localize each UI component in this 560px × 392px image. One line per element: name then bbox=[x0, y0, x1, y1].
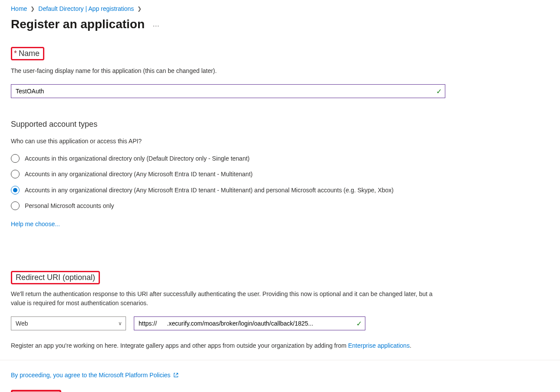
platform-select[interactable]: Web ∨ bbox=[11, 316, 126, 330]
platform-select-value: Web bbox=[16, 320, 28, 327]
name-help-text: The user-facing display name for this ap… bbox=[11, 66, 445, 76]
enterprise-note: Register an app you're working on here. … bbox=[11, 341, 549, 350]
redirect-uri-input[interactable] bbox=[134, 316, 365, 330]
account-types-question: Who can use this application or access t… bbox=[11, 137, 445, 146]
external-link-icon bbox=[173, 372, 179, 378]
breadcrumb: Home ❯ Default Directory | App registrat… bbox=[11, 5, 549, 12]
required-star-icon: * bbox=[14, 49, 17, 58]
chevron-down-icon: ∨ bbox=[118, 320, 122, 326]
redirect-uri-help: We'll return the authentication response… bbox=[11, 290, 445, 308]
radio-option-multitenant[interactable]: Accounts in any organizational directory… bbox=[11, 169, 450, 179]
help-me-choose-link[interactable]: Help me choose... bbox=[11, 221, 60, 227]
radio-icon bbox=[11, 186, 20, 194]
radio-icon bbox=[11, 170, 20, 178]
redirect-uri-heading: Redirect URI (optional) bbox=[16, 273, 95, 282]
chevron-right-icon: ❯ bbox=[30, 6, 35, 12]
breadcrumb-home[interactable]: Home bbox=[11, 5, 27, 12]
radio-option-single-tenant[interactable]: Accounts in this organizational director… bbox=[11, 154, 450, 163]
chevron-right-icon: ❯ bbox=[137, 6, 142, 12]
account-types-heading: Supported account types bbox=[11, 120, 549, 129]
radio-icon bbox=[11, 201, 20, 210]
divider bbox=[0, 360, 560, 360]
radio-option-personal-only[interactable]: Personal Microsoft accounts only bbox=[11, 201, 450, 211]
app-name-input[interactable] bbox=[11, 84, 445, 98]
platform-policies-link[interactable]: By proceeding, you agree to the Microsof… bbox=[11, 372, 179, 379]
page-title: Register an application bbox=[11, 17, 145, 31]
more-actions-icon[interactable]: … bbox=[152, 20, 160, 28]
breadcrumb-app-registrations[interactable]: Default Directory | App registrations bbox=[38, 5, 134, 12]
radio-icon bbox=[11, 154, 20, 163]
radio-option-multitenant-personal[interactable]: Accounts in any organizational directory… bbox=[11, 185, 450, 195]
name-label: *Name bbox=[14, 49, 40, 58]
account-types-radio-group: Accounts in this organizational director… bbox=[11, 154, 549, 211]
enterprise-applications-link[interactable]: Enterprise applications bbox=[348, 342, 410, 349]
